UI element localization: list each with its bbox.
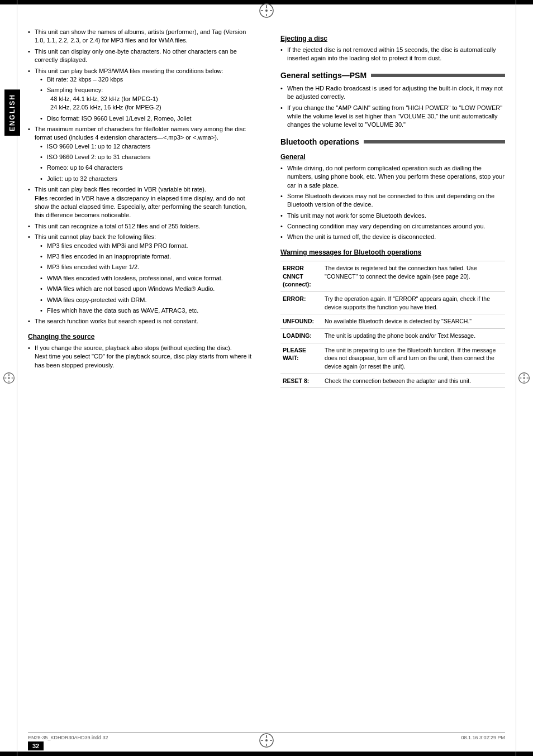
warning-table-row: UNFOUND:No available Bluetooth device is… xyxy=(280,314,505,329)
changing-source-heading: Changing the source xyxy=(28,333,253,341)
changing-source-item: If you change the source, playback also … xyxy=(28,344,253,370)
general-settings-heading: General settings—PSM xyxy=(280,71,505,80)
footer-left: EN28-35_KDHDR30AHD39.indd 32 xyxy=(28,735,108,740)
condition-sampling: Sampling frequency: 48 kHz, 44.1 kHz, 32… xyxy=(40,86,253,112)
condition-disc: Disc format: ISO 9660 Level 1/Level 2, R… xyxy=(40,114,253,123)
bullet-item-search: The search function works but search spe… xyxy=(28,317,253,326)
top-compass-icon xyxy=(259,3,274,18)
bt-general-item-5: When the unit is turned off, the device … xyxy=(280,233,505,241)
char-iso1: ISO 9660 Level 1: up to 12 characters xyxy=(40,142,253,151)
warning-code: UNFOUND: xyxy=(280,314,322,329)
bullet-item-cannot: This unit cannot play back the following… xyxy=(28,233,253,315)
cannot-play-list: MP3 files encoded with MP3i and MP3 PRO … xyxy=(40,242,253,315)
bullet-item-vbr: This unit can play back files recorded i… xyxy=(28,185,253,220)
general-settings-item-2: If you change the "AMP GAIN" setting fro… xyxy=(280,104,505,130)
page-number: 32 xyxy=(28,741,44,750)
warning-message: Try the operation again. If "ERROR" appe… xyxy=(322,291,505,314)
bluetooth-ops-heading: Bluetooth operations xyxy=(280,137,505,146)
bt-general-item-2: Some Bluetooth devices may not be connec… xyxy=(280,192,505,209)
main-content: This unit can show the names of albums, … xyxy=(28,28,505,728)
warning-table-row: RESET 8:Check the connection between the… xyxy=(280,374,505,388)
warning-message: Check the connection between the adapter… xyxy=(322,374,505,388)
bluetooth-ops-bar xyxy=(364,140,505,143)
warning-code: PLEASE WAIT: xyxy=(280,343,322,374)
warning-code: LOADING: xyxy=(280,328,322,343)
warning-table-row: ERROR CNNCT (connect):The device is regi… xyxy=(280,261,505,291)
warning-code: ERROR: xyxy=(280,291,322,314)
bt-general-item-4: Connecting condition may vary depending … xyxy=(280,222,505,231)
cannot-wma-drm: WMA files copy-protected with DRM. xyxy=(40,296,253,304)
bluetooth-general-heading: General xyxy=(280,153,505,161)
char-joliet: Joliet: up to 32 characters xyxy=(40,175,253,183)
bt-general-item-3: This unit may not work for some Bluetoot… xyxy=(280,212,505,220)
ejecting-disc-heading: Ejecting a disc xyxy=(280,35,505,42)
left-compass-icon xyxy=(3,372,15,384)
general-settings-item-1: When the HD Radio broadcast is used for … xyxy=(280,84,505,102)
bottom-border xyxy=(0,752,533,756)
char-limits-list: ISO 9660 Level 1: up to 12 characters IS… xyxy=(40,142,253,184)
warning-message: The device is registered but the connect… xyxy=(322,261,505,291)
svg-point-13 xyxy=(8,377,9,379)
warning-table-row: PLEASE WAIT:The unit is preparing to use… xyxy=(280,343,505,374)
vbr-note: Files recorded in VBR have a discrepancy… xyxy=(35,195,247,219)
warning-message: The unit is updating the phone book and/… xyxy=(322,328,505,343)
right-compass-icon xyxy=(518,372,530,384)
page: ENGLISH This unit can show the names of … xyxy=(0,0,533,756)
main-bullet-list: This unit can show the names of albums, … xyxy=(28,28,253,326)
left-column: This unit can show the names of albums, … xyxy=(28,28,258,388)
cannot-mp3i: MP3 files encoded with MP3i and MP3 PRO … xyxy=(40,242,253,250)
bluetooth-general-list: While driving, do not perform complicate… xyxy=(280,164,505,242)
bullet-item-4: The maximum number of characters for fil… xyxy=(28,125,253,183)
cannot-wma-windows: WMA files which are not based upon Windo… xyxy=(40,285,253,293)
conditions-list: Bit rate: 32 kbps – 320 kbps Sampling fr… xyxy=(40,75,253,123)
bullet-item-2: This unit can display only one-byte char… xyxy=(28,47,253,65)
right-border xyxy=(516,0,516,756)
changing-source-list: If you change the source, playback also … xyxy=(28,344,253,370)
svg-point-19 xyxy=(523,377,525,379)
bullet-item-512: This unit can recognize a total of 512 f… xyxy=(28,222,253,231)
cannot-wave: Files which have the data such as WAVE, … xyxy=(40,307,253,315)
changing-source-note: Next time you select "CD" for the playba… xyxy=(35,353,251,368)
warning-code: RESET 8: xyxy=(280,374,322,388)
cannot-layer: MP3 files encoded with Layer 1/2. xyxy=(40,263,253,271)
bt-general-item-1: While driving, do not perform complicate… xyxy=(280,164,505,190)
language-tab: ENGLISH xyxy=(4,89,20,136)
footer-right: 08.1.16 3:02:29 PM xyxy=(461,735,505,740)
warning-message: No available Bluetooth device is detecte… xyxy=(322,314,505,329)
bullet-item-3: This unit can play back MP3/WMA files me… xyxy=(28,67,253,123)
cannot-wma-lossless: WMA files encoded with lossless, profess… xyxy=(40,274,253,283)
condition-bitrate: Bit rate: 32 kbps – 320 kbps xyxy=(40,75,253,84)
cannot-inappropriate: MP3 files encoded in an inappropriate fo… xyxy=(40,252,253,261)
warning-code: ERROR CNNCT (connect): xyxy=(280,261,322,291)
warning-messages-heading: Warning messages for Bluetooth operation… xyxy=(280,248,505,256)
warning-table-row: LOADING:The unit is updating the phone b… xyxy=(280,328,505,343)
warning-table: ERROR CNNCT (connect):The device is regi… xyxy=(280,261,505,389)
general-settings-bar xyxy=(371,74,505,77)
svg-point-1 xyxy=(265,9,268,12)
bullet-item-1: This unit can show the names of albums, … xyxy=(28,28,253,45)
ejecting-disc-list: If the ejected disc is not removed withi… xyxy=(280,46,505,63)
ejecting-disc-item: If the ejected disc is not removed withi… xyxy=(280,46,505,63)
footer: EN28-35_KDHDR30AHD39.indd 32 08.1.16 3:0… xyxy=(28,732,505,740)
warning-table-row: ERROR:Try the operation again. If "ERROR… xyxy=(280,291,505,314)
warning-message: The unit is preparing to use the Bluetoo… xyxy=(322,343,505,374)
char-iso2: ISO 9660 Level 2: up to 31 characters xyxy=(40,153,253,161)
right-column: Ejecting a disc If the ejected disc is n… xyxy=(275,28,505,388)
general-settings-list: When the HD Radio broadcast is used for … xyxy=(280,84,505,130)
char-romeo: Romeo: up to 64 characters xyxy=(40,164,253,172)
